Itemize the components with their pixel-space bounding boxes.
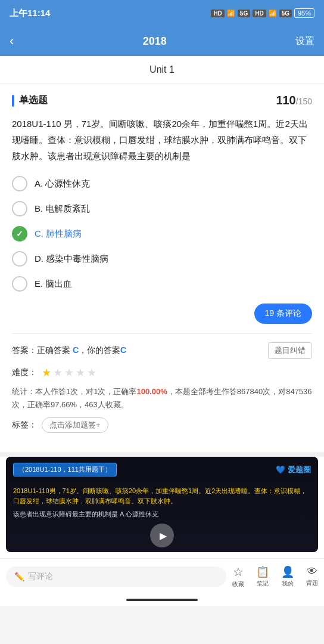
hd-badge-2: HD bbox=[253, 10, 266, 17]
video-logo: 💙 爱题圈 bbox=[276, 465, 311, 475]
signal-icon-1: 📶 bbox=[227, 10, 235, 17]
option-b[interactable]: B. 电解质紊乱 bbox=[12, 201, 312, 216]
bottom-toolbar: ✏️ 写评论 ☆ 收藏 📋 笔记 👤 我的 👁 背题 bbox=[0, 558, 324, 594]
question-type: 单选题 bbox=[12, 94, 48, 107]
difficulty-stars: ★ ★ ★ ★ ★ bbox=[42, 366, 96, 379]
video-container: （2018U1-110，111共用题干） 💙 爱题圈 2018U1-110男，7… bbox=[0, 457, 324, 558]
unit-header: Unit 1 bbox=[0, 56, 324, 84]
nav-bar: ‹ 2018 设置 bbox=[0, 26, 324, 56]
mine-label: 我的 bbox=[282, 580, 294, 588]
pencil-icon: ✏️ bbox=[14, 572, 24, 581]
current-number: 110 bbox=[276, 94, 295, 107]
option-d[interactable]: D. 感染中毒性脑病 bbox=[12, 251, 312, 267]
option-c[interactable]: C. 肺性脑病 bbox=[12, 226, 312, 242]
note-label: 笔记 bbox=[257, 580, 269, 588]
difficulty-row: 难度： ★ ★ ★ ★ ★ bbox=[12, 366, 312, 379]
question-type-row: 单选题 110/150 bbox=[12, 94, 312, 107]
star-1: ★ bbox=[42, 366, 51, 379]
answer-section: 答案：正确答案 C，你的答案C 题目纠错 难度： ★ ★ ★ ★ ★ 统计：本人… bbox=[12, 333, 312, 433]
question-number: 110/150 bbox=[276, 94, 312, 107]
video-overlay: （2018U1-110，111共用题干） 💙 爱题圈 2018U1-110男，7… bbox=[6, 457, 318, 552]
video-question-preview: 2018U1-110男，71岁。间断咳嗽、咳痰20余年，加重伴喘憋1周。近2天出… bbox=[6, 482, 318, 509]
type-label: 单选题 bbox=[19, 94, 48, 107]
star-4: ★ bbox=[76, 366, 85, 379]
collect-label: 收藏 bbox=[232, 580, 244, 589]
correct-answer: C bbox=[73, 345, 79, 355]
note-action[interactable]: 📋 笔记 bbox=[256, 565, 269, 588]
status-bar: 上午11:14 HD 📶 5G HD 📶 5G 95% bbox=[0, 0, 324, 26]
answer-label: 答案：正确答案 bbox=[12, 345, 73, 355]
stats-row: 统计：本人作答1次，对1次，正确率100.00%，本题全部考生作答867840次… bbox=[12, 385, 312, 411]
video-question-sub: 该患者出现意识障碍最主要的机制是 A.心源性休克 bbox=[6, 509, 318, 519]
home-bar bbox=[126, 599, 198, 601]
collect-icon: ☆ bbox=[233, 565, 244, 579]
mine-action[interactable]: 👤 我的 bbox=[281, 565, 294, 588]
video-label: （2018U1-110，111共用题干） bbox=[13, 463, 117, 476]
note-icon: 📋 bbox=[256, 565, 269, 578]
mine-icon: 👤 bbox=[281, 565, 294, 578]
difficulty-label: 难度： bbox=[12, 367, 37, 378]
divider bbox=[0, 452, 324, 457]
recite-label: 背题 bbox=[306, 579, 318, 587]
tags-label: 标签： bbox=[12, 420, 37, 431]
back-button[interactable]: ‹ bbox=[10, 33, 14, 49]
signal-icon-2: 📶 bbox=[269, 10, 277, 17]
option-e-text: E. 脑出血 bbox=[35, 278, 72, 290]
option-b-text: B. 电解质紊乱 bbox=[35, 203, 90, 215]
main-content: 单选题 110/150 2018U1-110 男，71岁。间断咳嗽、咳痰20余年… bbox=[0, 84, 324, 452]
answer-text: 答案：正确答案 C，你的答案C bbox=[12, 345, 126, 356]
status-time: 上午11:14 bbox=[10, 8, 50, 19]
report-button[interactable]: 题目纠错 bbox=[268, 342, 312, 359]
comment-btn-row: 19 条评论 bbox=[12, 304, 312, 324]
option-d-text: D. 感染中毒性脑病 bbox=[35, 253, 108, 265]
recite-icon: 👁 bbox=[307, 565, 317, 578]
settings-button[interactable]: 设置 bbox=[295, 35, 314, 48]
bottom-actions: ☆ 收藏 📋 笔记 👤 我的 👁 背题 bbox=[232, 565, 318, 589]
option-c-text: C. 肺性脑病 bbox=[35, 228, 82, 240]
battery-icon: 95% bbox=[294, 8, 314, 18]
unit-label: Unit 1 bbox=[149, 64, 175, 75]
stats-text-1: 统计：本人作答1次，对1次，正确率 bbox=[12, 387, 136, 396]
comment-button[interactable]: 19 条评论 bbox=[254, 304, 312, 324]
option-c-circle bbox=[12, 226, 27, 242]
answer-row: 答案：正确答案 C，你的答案C 题目纠错 bbox=[12, 342, 312, 359]
nav-title: 2018 bbox=[143, 35, 167, 48]
option-a-text: A. 心源性休克 bbox=[35, 178, 90, 190]
option-b-circle bbox=[12, 201, 27, 216]
play-button[interactable] bbox=[150, 524, 174, 547]
total-number: /150 bbox=[296, 97, 312, 106]
recite-action[interactable]: 👁 背题 bbox=[306, 565, 318, 587]
video-player[interactable]: （2018U1-110，111共用题干） 💙 爱题圈 2018U1-110男，7… bbox=[6, 457, 318, 552]
video-top-bar: （2018U1-110，111共用题干） 💙 爱题圈 bbox=[6, 457, 318, 482]
option-a[interactable]: A. 心源性休克 bbox=[12, 176, 312, 191]
tags-row: 标签： 点击添加题签+ bbox=[12, 417, 312, 433]
star-3: ★ bbox=[64, 366, 74, 379]
option-d-circle bbox=[12, 251, 27, 267]
collect-action[interactable]: ☆ 收藏 bbox=[232, 565, 244, 589]
option-e-circle bbox=[12, 276, 27, 292]
add-tag-button[interactable]: 点击添加题签+ bbox=[42, 417, 108, 433]
network-badge-1: 5G bbox=[238, 10, 250, 17]
type-indicator bbox=[12, 95, 14, 107]
star-2: ★ bbox=[53, 366, 63, 379]
option-e[interactable]: E. 脑出血 bbox=[12, 276, 312, 292]
question-text: 2018U1-110 男，71岁。间断咳嗽、咳痰20余年，加重伴喘憋1周。近2天… bbox=[12, 116, 312, 164]
stats-highlight: 100.00% bbox=[136, 387, 167, 396]
home-indicator bbox=[0, 594, 324, 606]
hd-badge: HD bbox=[211, 10, 224, 17]
video-play-area[interactable] bbox=[6, 519, 318, 553]
status-icons: HD 📶 5G HD 📶 5G 95% bbox=[211, 8, 314, 18]
your-answer-label: ，你的答案 bbox=[79, 345, 120, 355]
comment-placeholder: 写评论 bbox=[28, 571, 53, 582]
your-answer: C bbox=[120, 345, 126, 355]
comment-input-area[interactable]: ✏️ 写评论 bbox=[6, 566, 226, 587]
option-a-circle bbox=[12, 176, 27, 191]
star-5: ★ bbox=[87, 366, 96, 379]
network-badge-2: 5G bbox=[279, 10, 292, 17]
options-list: A. 心源性休克 B. 电解质紊乱 C. 肺性脑病 D. 感染中毒性脑病 E. … bbox=[12, 176, 312, 292]
